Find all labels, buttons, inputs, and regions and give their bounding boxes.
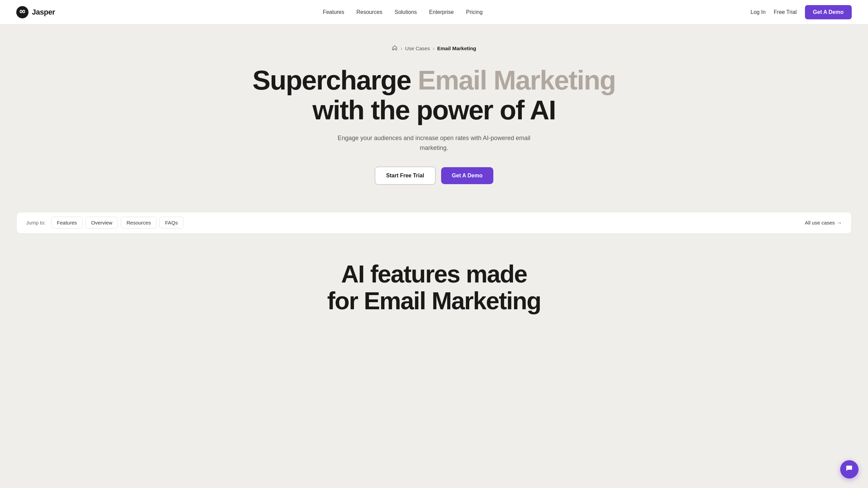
features-title: AI features made for Email Marketing (281, 261, 587, 314)
nav-pricing[interactable]: Pricing (466, 9, 482, 15)
svg-point-4 (23, 11, 24, 12)
breadcrumb-sep-2: › (433, 45, 434, 52)
start-free-trial-button[interactable]: Start Free Trial (375, 167, 436, 185)
jump-nav-resources[interactable]: Resources (121, 217, 157, 229)
nav-enterprise[interactable]: Enterprise (429, 9, 454, 15)
navbar: Jasper Features Resources Solutions Ente… (0, 0, 868, 24)
jump-nav-faqs[interactable]: FAQs (159, 217, 184, 229)
svg-point-0 (16, 6, 28, 18)
hero-title: Supercharge Email Marketing with the pow… (248, 65, 620, 125)
breadcrumb-sep-1: › (400, 45, 402, 52)
hero-title-part3: with the power of AI (313, 95, 556, 125)
hero-title-part1: Supercharge (253, 65, 418, 95)
breadcrumb-current: Email Marketing (437, 45, 476, 51)
features-title-line2: for Email Marketing (327, 287, 541, 314)
navbar-actions: Log In Free Trial Get A Demo (751, 5, 852, 19)
hero-buttons: Start Free Trial Get A Demo (16, 167, 852, 185)
logo-link[interactable]: Jasper (16, 6, 55, 18)
hero-title-part2: Email Marketing (418, 65, 616, 95)
home-icon[interactable] (392, 45, 398, 52)
svg-point-3 (20, 11, 22, 12)
jump-nav-right: All use cases → (805, 220, 842, 226)
get-demo-hero-button[interactable]: Get A Demo (441, 167, 493, 184)
nav-solutions[interactable]: Solutions (395, 9, 417, 15)
breadcrumb: › Use Cases › Email Marketing (16, 45, 852, 52)
arrow-icon: → (837, 220, 842, 226)
hero-section: › Use Cases › Email Marketing Supercharg… (0, 24, 868, 212)
features-title-line1: AI features made (341, 260, 527, 288)
jump-nav: Jump to: Features Overview Resources FAQ… (16, 212, 852, 234)
jump-nav-features[interactable]: Features (51, 217, 83, 229)
nav-features[interactable]: Features (323, 9, 344, 15)
breadcrumb-use-cases[interactable]: Use Cases (405, 45, 430, 51)
jump-nav-overview[interactable]: Overview (85, 217, 118, 229)
hero-subtitle: Engage your audiences and increase open … (332, 133, 536, 153)
main-nav: Features Resources Solutions Enterprise … (323, 9, 482, 15)
features-section: AI features made for Email Marketing (0, 234, 868, 335)
jump-nav-left: Jump to: Features Overview Resources FAQ… (26, 217, 183, 229)
logo-text: Jasper (32, 8, 55, 17)
all-use-cases-label: All use cases (805, 220, 835, 226)
jasper-logo-icon (16, 6, 28, 18)
free-trial-nav-button[interactable]: Free Trial (774, 9, 797, 15)
nav-resources[interactable]: Resources (356, 9, 382, 15)
all-use-cases-link[interactable]: All use cases → (805, 220, 842, 226)
jump-to-label: Jump to: (26, 220, 46, 226)
get-demo-nav-button[interactable]: Get A Demo (805, 5, 852, 19)
login-button[interactable]: Log In (751, 9, 766, 15)
